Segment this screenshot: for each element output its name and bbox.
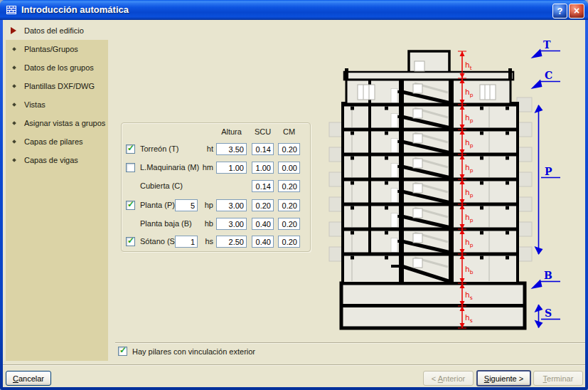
section-marker-plantas: P	[535, 105, 561, 255]
planta-baja-label: Planta baja (B)	[140, 218, 192, 230]
wizard-steps-sidebar: Datos del edificio Plantas/Grupos Datos …	[6, 21, 108, 361]
section-marker-planta-baja: B	[531, 270, 561, 289]
title-bar[interactable]: Introducción automática ? ×	[0, 0, 588, 20]
sidebar-item-datos-del-edificio[interactable]: Datos del edificio	[6, 21, 108, 40]
form-row-sotano: Sótano (S) hs	[122, 236, 310, 248]
bullet-icon	[12, 65, 16, 70]
form-row-planta: Planta (P) hp	[122, 199, 310, 211]
sotano-checkbox[interactable]	[126, 237, 135, 246]
dialog-window: Introducción automática ? × Datos del ed…	[0, 0, 588, 390]
next-button[interactable]: Siguiente >	[476, 370, 531, 386]
planta-label: Planta (P)	[140, 199, 175, 211]
sotano-altura-input[interactable]	[216, 236, 247, 248]
bullet-icon	[12, 84, 16, 88]
previous-button: < Anterior	[423, 371, 474, 386]
planta-altura-input[interactable]	[216, 199, 247, 211]
content-divider	[115, 342, 585, 344]
bullet-icon	[12, 139, 16, 144]
cubierta-scu-input[interactable]	[252, 180, 274, 192]
section-label-p: P	[545, 166, 552, 177]
sotano-scu-input[interactable]	[252, 236, 274, 248]
sidebar-item-plantillas-dxf-dwg[interactable]: Plantillas DXF/DWG	[6, 77, 108, 95]
torreon-cm-input[interactable]	[278, 143, 300, 155]
section-marker-torreon: T	[531, 39, 561, 58]
close-button[interactable]: ×	[569, 4, 584, 19]
sidebar-item-capas-de-vigas[interactable]: Capas de vigas	[6, 151, 108, 169]
torreon-altura-input[interactable]	[216, 143, 247, 155]
help-button[interactable]: ?	[552, 4, 567, 19]
sidebar-item-asignar-vistas-a-grupos[interactable]: Asignar vistas a grupos	[6, 114, 108, 132]
planta-checkbox[interactable]	[126, 201, 135, 210]
pillars-exterior-checkbox[interactable]	[118, 347, 127, 356]
form-row-torreon: Torreón (T) ht	[122, 143, 310, 155]
sidebar-item-plantas-grupos[interactable]: Plantas/Grupos	[6, 40, 108, 58]
section-marker-sotano: S	[535, 305, 561, 329]
planta-baja-altura-input[interactable]	[216, 218, 247, 230]
torreon-scu-input[interactable]	[252, 143, 274, 155]
buttonbar-divider	[3, 364, 585, 366]
maquinaria-altura-input[interactable]	[216, 162, 247, 174]
torreon-dim-label: ht	[193, 143, 213, 155]
app-icon	[6, 4, 17, 16]
column-header-scu: SCU	[252, 127, 274, 136]
planta-cm-input[interactable]	[278, 199, 300, 211]
torreon-checkbox[interactable]	[126, 144, 135, 154]
form-row-planta-baja: Planta baja (B) hb	[122, 218, 310, 230]
building-section-diagram: hthphphphphphphphbhshs T C P	[324, 25, 585, 338]
planta-scu-input[interactable]	[252, 199, 274, 211]
active-item-arrow-icon	[11, 27, 16, 34]
column-header-altura: Altura	[216, 127, 247, 136]
planta-baja-dim-label: hb	[193, 218, 213, 230]
heights-form-group: Altura SCU CM Torreón (T) ht L.Maquinari…	[121, 122, 311, 252]
torreon-label: Torreón (T)	[140, 143, 178, 155]
dialog-content: Datos del edificio Plantas/Grupos Datos …	[3, 20, 585, 387]
maquinaria-cm-input[interactable]	[278, 162, 300, 174]
section-marker-cubierta: C	[531, 70, 561, 89]
sotano-label: Sótano (S)	[140, 236, 178, 248]
maquinaria-label: L.Maquinaria (M)	[140, 162, 199, 174]
section-label-b: B	[544, 270, 552, 281]
sidebar-item-capas-de-pilares[interactable]: Capas de pilares	[6, 132, 108, 151]
dim-label-t: ht	[465, 60, 472, 71]
column-header-cm: CM	[278, 127, 300, 136]
bullet-icon	[12, 121, 16, 125]
form-row-maquinaria: L.Maquinaria (M) hm	[122, 162, 310, 174]
planta-dim-label: hp	[193, 199, 213, 211]
bullet-icon	[12, 102, 16, 107]
sotano-cm-input[interactable]	[278, 236, 300, 248]
bullet-icon	[12, 158, 16, 162]
section-label-t: T	[543, 39, 551, 51]
window-title: Introducción automática	[21, 4, 129, 15]
finish-button: Terminar	[533, 371, 583, 386]
maquinaria-scu-input[interactable]	[252, 162, 274, 174]
section-label-s: S	[545, 307, 552, 319]
section-label-c: C	[545, 70, 552, 81]
maquinaria-checkbox[interactable]	[126, 163, 135, 172]
cancel-button[interactable]: Cancelar	[6, 371, 51, 386]
building-drawing: hthphphphphphphphbhshs	[329, 51, 532, 328]
cubierta-cm-input[interactable]	[278, 180, 300, 192]
maquinaria-dim-label: hm	[193, 162, 213, 174]
planta-baja-scu-input[interactable]	[252, 218, 274, 230]
pillars-exterior-label: Hay pilares con vinculación exterior	[132, 347, 255, 357]
sidebar-item-datos-de-los-grupos[interactable]: Datos de los grupos	[6, 58, 108, 77]
form-row-cubierta: Cubierta (C)	[122, 180, 310, 192]
sidebar-item-vistas[interactable]: Vistas	[6, 95, 108, 114]
cubierta-label: Cubierta (C)	[140, 180, 183, 192]
planta-baja-cm-input[interactable]	[278, 218, 300, 230]
sotano-dim-label: hs	[193, 236, 213, 248]
bullet-icon	[12, 47, 16, 51]
